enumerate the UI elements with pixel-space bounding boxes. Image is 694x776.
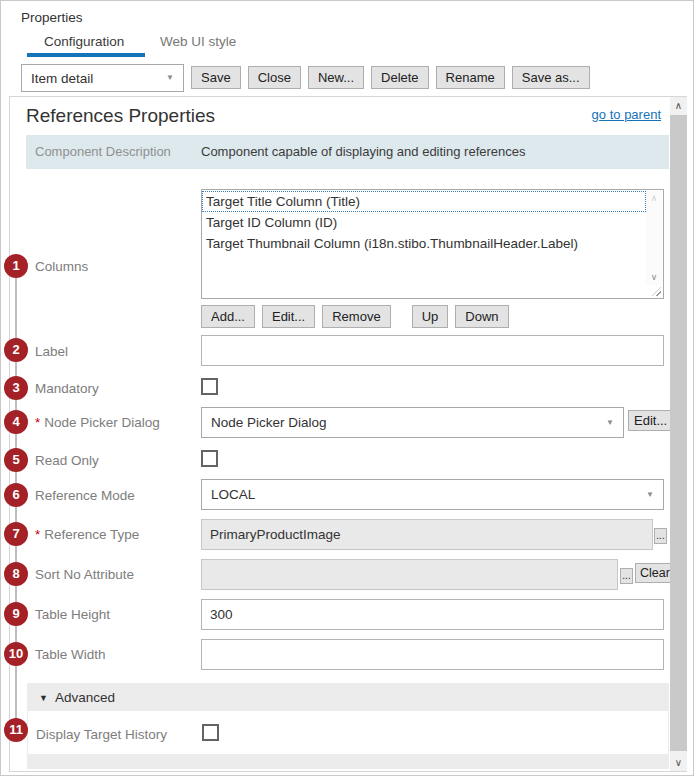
columns-button-row: Add... Edit... Remove Up Down	[201, 305, 509, 328]
label-input[interactable]	[201, 335, 664, 366]
mandatory-checkbox[interactable]	[201, 378, 218, 395]
chevron-down-icon: ▼	[606, 419, 614, 427]
required-asterisk: *	[35, 415, 40, 430]
sort-no-attribute-label: Sort No Attribute	[35, 567, 134, 582]
component-description-value: Component capable of displaying and edit…	[201, 144, 526, 159]
list-item-target-id[interactable]: Target ID Column (ID)	[202, 212, 646, 233]
annotation-badge-2: 2	[4, 338, 28, 362]
listbox-scrollbar[interactable]: ∧ ∨	[646, 191, 662, 285]
scroll-up-icon: ∧	[675, 100, 682, 111]
annotation-badge-11: 11	[4, 718, 28, 742]
tab-configuration[interactable]: Configuration	[44, 34, 124, 49]
scroll-down-button[interactable]: ∨	[670, 754, 687, 771]
table-height-input[interactable]	[201, 599, 664, 630]
node-picker-dialog-label: *Node Picker Dialog	[35, 415, 160, 430]
reference-mode-select[interactable]: LOCAL ▼	[201, 479, 664, 510]
reference-mode-label: Reference Mode	[35, 488, 135, 503]
annotation-badge-8: 8	[4, 562, 28, 586]
mandatory-label: Mandatory	[35, 381, 99, 396]
close-button[interactable]: Close	[248, 66, 301, 89]
reference-mode-value: LOCAL	[211, 487, 255, 502]
component-description-row: Component Description Component capable …	[26, 135, 669, 169]
advanced-section-toggle[interactable]: ▼Advanced	[39, 690, 115, 705]
new-button[interactable]: New...	[308, 66, 364, 89]
annotation-badge-7: 7	[4, 522, 28, 546]
reference-type-label: *Reference Type	[35, 527, 139, 542]
annotation-badge-3: 3	[4, 376, 28, 400]
node-picker-edit-button[interactable]: Edit...	[628, 410, 673, 431]
go-to-parent-link[interactable]: go to parent	[592, 107, 661, 122]
down-button[interactable]: Down	[455, 305, 508, 328]
edit-button[interactable]: Edit...	[262, 305, 315, 328]
read-only-checkbox[interactable]	[201, 450, 218, 467]
annotation-badge-1: 1	[4, 254, 28, 278]
chevron-down-icon: ▼	[166, 74, 174, 82]
display-target-history-label: Display Target History	[36, 727, 167, 742]
tab-web-ui-style[interactable]: Web UI style	[160, 34, 236, 49]
advanced-content-row: Display Target History	[28, 711, 668, 754]
save-button[interactable]: Save	[191, 66, 241, 89]
window-title: Properties	[21, 10, 83, 25]
page-title: References Properties	[26, 105, 215, 127]
columns-label: Columns	[35, 259, 88, 274]
annotation-badge-4: 4	[4, 410, 28, 434]
columns-listbox[interactable]: Target Title Column (Title) Target ID Co…	[201, 189, 664, 299]
sort-no-browse-button[interactable]: ...	[620, 568, 633, 584]
delete-button[interactable]: Delete	[371, 66, 429, 89]
node-picker-dialog-value: Node Picker Dialog	[211, 415, 327, 430]
annotation-badge-10: 10	[4, 642, 28, 666]
panel-scrollbar[interactable]: ∧ ∨	[670, 97, 687, 771]
annotation-badge-6: 6	[4, 483, 28, 507]
collapse-triangle-icon: ▼	[39, 693, 48, 703]
advanced-section: ▼Advanced Display Target History	[27, 683, 669, 769]
scrollbar-thumb[interactable]	[670, 115, 687, 751]
properties-window: Properties Configuration Web UI style It…	[0, 0, 694, 776]
display-target-history-checkbox[interactable]	[202, 724, 219, 741]
annotation-badge-9: 9	[4, 602, 28, 626]
annotation-badge-5: 5	[4, 448, 28, 472]
advanced-label: Advanced	[55, 690, 115, 705]
required-asterisk: *	[35, 527, 40, 542]
template-select-value: Item detail	[31, 71, 93, 86]
remove-button[interactable]: Remove	[322, 305, 390, 328]
table-height-label: Table Height	[35, 607, 110, 622]
label-field-label: Label	[35, 344, 68, 359]
scroll-up-icon[interactable]: ∧	[646, 194, 662, 203]
node-picker-dialog-select[interactable]: Node Picker Dialog ▼	[201, 407, 624, 438]
chevron-down-icon: ▼	[646, 491, 654, 499]
toolbar: Save Close New... Delete Rename Save as.…	[191, 66, 590, 89]
list-item-target-title[interactable]: Target Title Column (Title)	[202, 191, 646, 212]
sort-no-clear-button[interactable]: Clear	[635, 563, 675, 583]
list-item-target-thumbnail[interactable]: Target Thumbnail Column (i18n.stibo.Thum…	[202, 233, 646, 254]
scroll-down-icon[interactable]: ∨	[646, 273, 662, 282]
active-tab-indicator	[27, 53, 145, 57]
template-select[interactable]: Item detail ▼	[21, 64, 184, 92]
read-only-label: Read Only	[35, 453, 99, 468]
sort-no-attribute-input	[201, 559, 618, 590]
rename-button[interactable]: Rename	[436, 66, 505, 89]
table-width-label: Table Width	[35, 647, 106, 662]
resize-grip-icon[interactable]	[652, 287, 661, 296]
add-button[interactable]: Add...	[201, 305, 255, 328]
table-width-input[interactable]	[201, 639, 664, 670]
component-description-label: Component Description	[35, 144, 171, 159]
reference-type-browse-button[interactable]: ...	[654, 528, 667, 544]
save-as-button[interactable]: Save as...	[512, 66, 590, 89]
scroll-up-button[interactable]: ∧	[670, 97, 687, 114]
reference-type-input	[201, 519, 653, 550]
up-button[interactable]: Up	[412, 305, 449, 328]
scroll-down-icon: ∨	[675, 757, 682, 768]
